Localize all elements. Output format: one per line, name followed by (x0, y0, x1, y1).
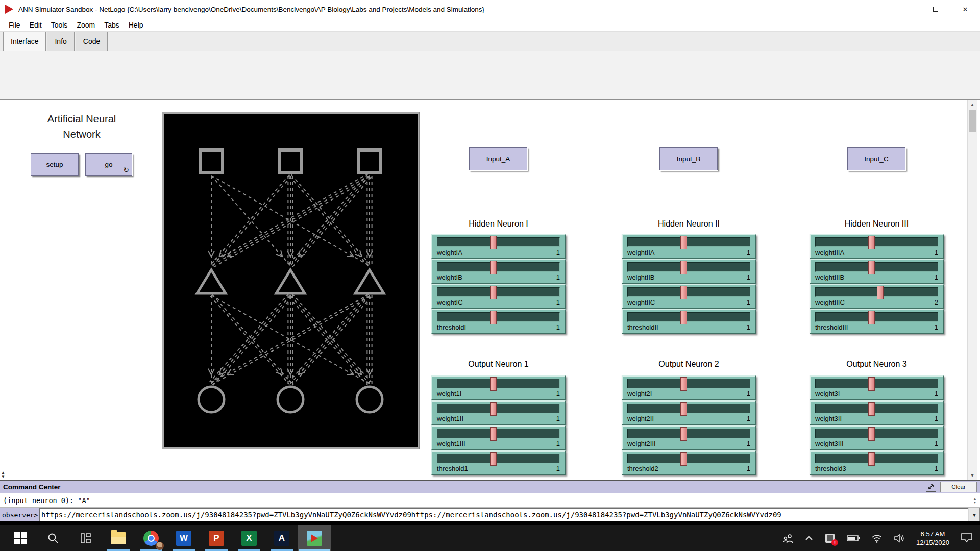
menu-item-tools[interactable]: Tools (46, 18, 72, 32)
slider-track[interactable] (815, 404, 938, 413)
taskbar-acrobat-icon[interactable]: A (265, 525, 298, 551)
slider-thresholdIII[interactable]: thresholdIII 1 (810, 309, 944, 334)
slider-handle[interactable] (877, 286, 884, 299)
slider-handle[interactable] (868, 261, 875, 274)
tab-code[interactable]: Code (76, 32, 108, 51)
taskbar-task-view-icon[interactable] (69, 525, 102, 551)
clear-button[interactable]: Clear (940, 482, 977, 492)
taskbar-word-icon[interactable]: W (167, 525, 200, 551)
slider-weightIIIC[interactable]: weightIIIC 2 (810, 284, 944, 309)
command-output-area[interactable]: (input_neuron 0): "A" ▲▼ (0, 493, 980, 508)
slider-weight2II[interactable]: weight2II 1 (622, 400, 756, 425)
slider-track[interactable] (815, 454, 938, 463)
taskbar-chrome-icon[interactable] (135, 525, 167, 551)
slider-threshold1[interactable]: threshold1 1 (431, 450, 566, 475)
slider-handle[interactable] (868, 427, 875, 441)
slider-handle[interactable] (680, 452, 687, 466)
slider-track[interactable] (815, 379, 938, 388)
slider-handle[interactable] (680, 261, 687, 274)
menu-item-edit[interactable]: Edit (25, 18, 46, 32)
slider-handle[interactable] (868, 452, 875, 466)
people-icon[interactable] (782, 533, 794, 543)
slider-weight1III[interactable]: weight1III 1 (431, 425, 566, 450)
taskbar-netlogo-icon[interactable] (298, 525, 331, 551)
slider-handle[interactable] (680, 311, 687, 324)
slider-track[interactable] (627, 404, 750, 413)
wifi-icon[interactable] (871, 534, 883, 543)
menu-item-help[interactable]: Help (124, 18, 148, 32)
slider-handle[interactable] (490, 311, 497, 324)
tab-info[interactable]: Info (47, 32, 74, 51)
scroll-up-icon[interactable]: ▲ (968, 100, 977, 109)
slider-weightIC[interactable]: weightIC 1 (431, 284, 566, 309)
slider-weight1II[interactable]: weight1II 1 (431, 400, 566, 425)
notification-app-icon[interactable]: ! (824, 533, 836, 544)
slider-thresholdI[interactable]: thresholdI 1 (431, 309, 566, 334)
tray-chevron-up-icon[interactable] (805, 536, 813, 541)
taskbar-start-icon[interactable] (4, 525, 37, 551)
taskbar-powerpoint-icon[interactable]: P (200, 525, 233, 551)
slider-track[interactable] (627, 379, 750, 388)
slider-handle[interactable] (490, 427, 497, 441)
input-button-input_b[interactable]: Input_B (659, 147, 718, 170)
slider-weightIA[interactable]: weightIA 1 (431, 234, 566, 259)
slider-track[interactable] (627, 262, 750, 272)
output-scroll-icons[interactable]: ▲▼ (971, 497, 979, 504)
slider-weightIIIB[interactable]: weightIIIB 1 (810, 259, 944, 284)
horizontal-scroll-arrows[interactable]: ▲▼ (1, 471, 5, 479)
taskbar-excel-icon[interactable]: X (233, 525, 265, 551)
slider-handle[interactable] (490, 286, 497, 299)
taskbar-search-icon[interactable] (37, 525, 69, 551)
slider-weight1I[interactable]: weight1I 1 (431, 375, 566, 400)
slider-track[interactable] (627, 237, 750, 247)
slider-weightIIC[interactable]: weightIIC 1 (622, 284, 756, 309)
slider-track[interactable] (815, 237, 938, 247)
volume-icon[interactable] (894, 534, 905, 543)
observer-prompt[interactable]: observer> (0, 508, 39, 522)
slider-weight2I[interactable]: weight2I 1 (622, 375, 756, 400)
slider-track[interactable] (437, 429, 560, 438)
slider-track[interactable] (437, 404, 560, 413)
command-input[interactable]: https://mercerislandschools.zoom.us/j/93… (39, 508, 969, 522)
slider-handle[interactable] (680, 286, 687, 299)
slider-track[interactable] (437, 262, 560, 272)
minimize-button[interactable]: — (891, 0, 921, 18)
slider-weightIB[interactable]: weightIB 1 (431, 259, 566, 284)
scroll-down-icon[interactable]: ▼ (968, 471, 977, 480)
slider-handle[interactable] (490, 452, 497, 466)
slider-weight3II[interactable]: weight3II 1 (810, 400, 944, 425)
slider-threshold2[interactable]: threshold2 1 (622, 450, 756, 475)
history-dropdown-icon[interactable]: ▼ (969, 508, 980, 522)
restore-button[interactable] (921, 0, 950, 18)
slider-track[interactable] (815, 262, 938, 272)
tab-interface[interactable]: Interface (3, 32, 46, 51)
slider-handle[interactable] (680, 427, 687, 441)
slider-track[interactable] (437, 454, 560, 463)
slider-track[interactable] (437, 287, 560, 297)
vertical-scrollbar[interactable]: ▲ ▼ (967, 100, 977, 480)
scroll-thumb[interactable] (969, 110, 976, 132)
slider-handle[interactable] (490, 236, 497, 249)
slider-weight3I[interactable]: weight3I 1 (810, 375, 944, 400)
slider-threshold3[interactable]: threshold3 1 (810, 450, 944, 475)
slider-track[interactable] (627, 287, 750, 297)
slider-track[interactable] (437, 312, 560, 322)
slider-handle[interactable] (490, 261, 497, 274)
slider-handle[interactable] (868, 377, 875, 391)
action-center-icon[interactable] (961, 533, 973, 544)
slider-handle[interactable] (868, 402, 875, 416)
taskbar-clock[interactable]: 6:57 AM 12/15/2020 (916, 530, 949, 547)
slider-weight3III[interactable]: weight3III 1 (810, 425, 944, 450)
slider-track[interactable] (627, 312, 750, 322)
input-button-input_a[interactable]: Input_A (469, 147, 527, 170)
slider-handle[interactable] (680, 402, 687, 416)
slider-track[interactable] (437, 379, 560, 388)
slider-weightIIB[interactable]: weightIIB 1 (622, 259, 756, 284)
menu-item-tabs[interactable]: Tabs (100, 18, 124, 32)
menu-item-zoom[interactable]: Zoom (72, 18, 100, 32)
slider-handle[interactable] (868, 311, 875, 324)
slider-track[interactable] (815, 312, 938, 322)
close-button[interactable]: ✕ (950, 0, 980, 18)
taskbar-file-explorer-icon[interactable] (102, 525, 135, 551)
setup-button[interactable]: setup (31, 153, 79, 176)
